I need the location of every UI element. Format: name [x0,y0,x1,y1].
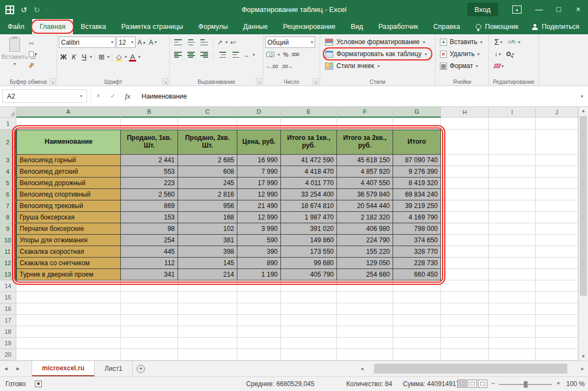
table-cell[interactable]: 87 090 740 [393,155,441,166]
scroll-left-icon[interactable]: ◄ [357,366,367,371]
zoom-slider-thumb[interactable] [524,381,528,388]
clear-button[interactable]: ▾ [494,64,504,69]
column-header-B[interactable]: B [121,107,178,118]
select-all-corner[interactable] [0,107,16,118]
column-header-A[interactable]: A [16,107,121,118]
table-cell[interactable]: 145 [178,258,237,269]
table-cell[interactable]: 328 770 [393,246,441,258]
column-header-J[interactable]: J [536,107,578,118]
table-cell[interactable]: 4 407 550 [337,178,393,189]
align-left-button[interactable] [173,50,183,60]
font-color-dropdown-icon[interactable]: ▾ [138,54,140,59]
ribbon-tab-0[interactable]: Файл [0,19,32,34]
row-header-8[interactable]: 8 [0,212,16,223]
column-header-D[interactable]: D [237,107,281,118]
copy-button[interactable]: ▾ [29,50,37,59]
table-cell[interactable]: 98 [121,223,178,235]
zoom-level[interactable]: 100 % [566,380,585,388]
autosum-button[interactable]: Σ▾ [494,38,503,46]
find-select-button[interactable]: ▾ [506,52,514,57]
table-cell[interactable]: 18 674 810 [281,200,337,212]
table-cell[interactable]: 69 834 240 [393,189,441,200]
table-cell[interactable]: 41 472 590 [281,155,337,166]
row-header-3[interactable]: 3 [0,155,16,166]
ribbon-tab-1[interactable]: Главная [32,19,74,34]
table-cell[interactable]: 245 [178,178,237,189]
horizontal-scrollbar[interactable]: ◄ ► [357,361,588,376]
undo-icon[interactable]: ↺ [21,6,27,14]
font-dialog-launcher[interactable]: ↘ [162,78,168,84]
table-cell[interactable]: 223 [121,178,178,189]
table-cell[interactable]: 4 857 920 [337,166,393,178]
row-header-5[interactable]: 5 [0,178,16,189]
scroll-right-icon[interactable]: ► [577,366,588,371]
percent-style-button[interactable]: % [283,51,289,58]
borders-dropdown-icon[interactable]: ▾ [107,54,109,59]
ribbon-tab-9[interactable]: Справка [426,19,468,34]
table-cell[interactable]: 173 550 [281,246,337,258]
row-header-16[interactable]: 16 [0,303,16,315]
italic-button[interactable]: К [69,51,78,63]
table-cell[interactable]: 45 618 150 [337,155,393,166]
bold-button[interactable]: Ж [59,51,68,63]
align-bottom-button[interactable] [199,37,209,47]
orientation-icon[interactable]: ↗ [217,39,223,46]
table-cell[interactable]: 374 650 [393,235,441,246]
fill-color-dropdown-icon[interactable]: ▾ [125,54,127,59]
table-cell[interactable]: 405 790 [281,269,337,280]
accounting-format-icon[interactable] [266,52,274,57]
table-cell[interactable]: Груша боксерская [16,212,121,223]
page-layout-view-button[interactable] [468,380,477,388]
table-cell[interactable]: 112 [121,258,178,269]
table-header-cell[interactable]: Цена, руб. [237,130,281,155]
row-header-10[interactable]: 10 [0,235,16,246]
row-header-11[interactable]: 11 [0,246,16,258]
underline-button[interactable]: Ч [79,51,89,63]
zoom-slider[interactable] [499,384,552,385]
horizontal-scrollbar-thumb[interactable] [374,364,567,374]
vertical-scrollbar-thumb[interactable] [580,116,587,296]
table-cell[interactable]: Упоры для отжимания [16,235,121,246]
table-cell[interactable]: 99 680 [281,258,337,269]
table-cell[interactable]: Велосипед детский [16,166,121,178]
row-header-15[interactable]: 15 [0,292,16,303]
table-cell[interactable]: 590 [237,235,281,246]
table-header-cell[interactable]: Итого за 2кв., руб. [337,130,393,155]
table-cell[interactable]: Велосипед трековый [16,200,121,212]
spreadsheet-grid[interactable]: ABCDEFGHIJ123456789101112131415161718192… [0,107,578,361]
column-header-I[interactable]: I [489,107,536,118]
ribbon-tab-6[interactable]: Рецензирование [275,19,344,34]
table-cell[interactable]: 1 190 [237,269,281,280]
table-cell[interactable]: 798 000 [393,223,441,235]
table-cell[interactable]: 153 [121,212,178,223]
number-format-select[interactable]: Общий▾ [265,36,315,48]
table-cell[interactable]: 8 419 320 [393,178,441,189]
increase-indent-button[interactable] [230,50,241,60]
conditional-formatting-button[interactable]: Условное форматирование ▾ [322,36,433,48]
table-cell[interactable]: 445 [121,246,178,258]
table-cell[interactable]: 224 790 [337,235,393,246]
clipboard-dialog-launcher[interactable]: ↘ [50,78,56,84]
table-cell[interactable]: 1 987 470 [281,212,337,223]
macro-record-icon[interactable] [35,381,42,387]
table-cell[interactable]: 16 990 [237,155,281,166]
name-box[interactable]: A2 ▾ [2,89,87,103]
insert-function-button[interactable]: fx [120,89,135,103]
table-cell[interactable]: 3 990 [237,223,281,235]
table-cell[interactable]: 228 730 [393,258,441,269]
new-sheet-button[interactable]: + [133,361,149,376]
fill-button[interactable]: ↓▾ [494,50,501,58]
row-header-1[interactable]: 1 [0,118,16,130]
font-name-select[interactable]: Calibri▾ [59,36,115,48]
table-cell[interactable]: Перчатки боксерские [16,223,121,235]
row-header-9[interactable]: 9 [0,223,16,235]
table-cell[interactable]: 381 [178,235,237,246]
minimize-button[interactable]: — [529,0,549,19]
table-cell[interactable]: 869 [121,200,178,212]
row-header-14[interactable]: 14 [0,280,16,292]
table-cell[interactable]: 155 220 [337,246,393,258]
ribbon-tab-7[interactable]: Вид [343,19,371,34]
page-break-view-button[interactable] [478,380,487,388]
maximize-button[interactable]: □ [549,0,568,19]
table-cell[interactable]: 254 [121,235,178,246]
